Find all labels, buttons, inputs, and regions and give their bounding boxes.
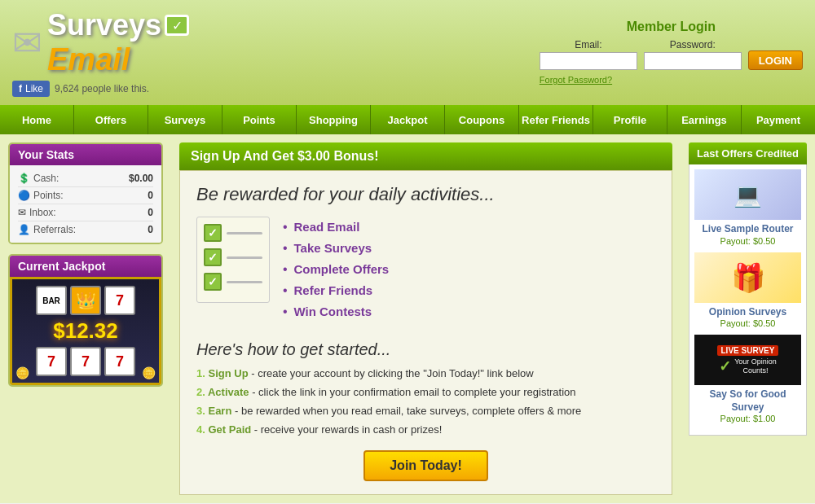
nav-refer-friends[interactable]: Refer Friends xyxy=(519,105,593,134)
step-2-num: 2. xyxy=(196,386,208,398)
logo-row: ✉ Surveys ✓ Email xyxy=(12,8,189,77)
nav-home[interactable]: Home xyxy=(0,105,74,134)
main: Your Stats 💲 Cash: $0.00 🔵 Points: 0 ✉ I… xyxy=(0,134,815,503)
nav-shopping[interactable]: Shopping xyxy=(297,105,371,134)
offer-img-sayso: LIVE SURVEY ✓ Your Opinion Counts! xyxy=(694,335,801,385)
nav-points[interactable]: Points xyxy=(222,105,297,134)
nav-offers[interactable]: Offers xyxy=(74,105,148,134)
activities-layout: ✓ ✓ ✓ • Read Email xyxy=(196,217,655,326)
stat-inbox-icon: ✉ xyxy=(18,207,26,218)
opinion-counts-text: Your Opinion xyxy=(734,357,777,366)
email-label: Email: xyxy=(540,39,637,50)
offer-item-opinion: 🎁 Opinion Surveys Payout: $0.50 xyxy=(694,252,801,329)
how-to-start-heading: Here's how to get started... xyxy=(196,340,655,359)
slot-seven-2: 7 xyxy=(36,347,67,376)
offer-img-router: 💻 xyxy=(694,169,801,220)
nav-payment[interactable]: Payment xyxy=(742,105,815,134)
stat-points-value: 0 xyxy=(148,190,153,201)
jackpot-header: Current Jackpot xyxy=(10,256,161,277)
right-sidebar: Last Offers Credited 💻 Live Sample Route… xyxy=(681,134,815,503)
offer-payout-sayso: Payout: $1.00 xyxy=(694,414,801,423)
jackpot-amount: $12.32 xyxy=(19,318,152,344)
password-input[interactable] xyxy=(644,52,742,70)
activity-refer-friends-link[interactable]: Refer Friends xyxy=(294,283,373,297)
checkbox-2: ✓ xyxy=(204,248,222,266)
offer-title-sayso[interactable]: Say So for Good Survey xyxy=(694,388,801,414)
last-offers-header: Last Offers Credited xyxy=(689,142,807,164)
forgot-password-link[interactable]: Forgot Password? xyxy=(540,75,612,85)
header: ✉ Surveys ✓ Email f Like 9,624 people li… xyxy=(0,0,815,105)
stat-referrals-label: Referrals: xyxy=(33,224,148,235)
last-offers-content: 💻 Live Sample Router Payout: $0.50 🎁 Opi… xyxy=(689,164,807,436)
step-4-bold: Get Paid xyxy=(208,423,251,436)
content-box: Be rewarded for your daily activities...… xyxy=(179,170,672,495)
nav-profile[interactable]: Profile xyxy=(593,105,667,134)
stat-referrals: 👤 Referrals: 0 xyxy=(18,221,153,238)
activity-read-email-link[interactable]: Read Email xyxy=(294,220,360,234)
offer-title-opinion[interactable]: Opinion Surveys xyxy=(694,306,801,319)
slot-crown: 👑 xyxy=(70,286,101,315)
step-1: 1. Sign Up - create your account by clic… xyxy=(196,367,655,379)
reward-headline: Be rewarded for your daily activities... xyxy=(196,184,655,205)
activity-win-contests: • Win Contests xyxy=(283,305,389,319)
envelope-icon: ✉ xyxy=(12,22,42,64)
logo-email: Email xyxy=(47,42,130,77)
stat-referrals-value: 0 xyxy=(148,224,153,235)
checkbox-1: ✓ xyxy=(204,224,222,242)
fb-area: f Like 9,624 people like this. xyxy=(12,81,149,97)
stats-header: Your Stats xyxy=(10,144,161,165)
offer-payout-router: Payout: $0.50 xyxy=(694,236,801,246)
activity-read-email: • Read Email xyxy=(283,220,389,234)
login-area: Member Login Email: Password: LOGIN Forg… xyxy=(540,20,803,85)
stat-cash-value: $0.00 xyxy=(129,173,153,184)
stats-title-text: Your Stats xyxy=(18,148,74,161)
checkbox-3: ✓ xyxy=(204,273,222,291)
nav-earnings[interactable]: Earnings xyxy=(667,105,742,134)
nav: Home Offers Surveys Points Shopping Jack… xyxy=(0,105,815,134)
offer-payout-opinion: Payout: $0.50 xyxy=(694,318,801,328)
signup-banner: Sign Up And Get $3.00 Bonus! xyxy=(179,142,672,170)
sidebar: Your Stats 💲 Cash: $0.00 🔵 Points: 0 ✉ I… xyxy=(0,134,171,503)
nav-coupons[interactable]: Coupons xyxy=(445,105,519,134)
activity-win-contests-link[interactable]: Win Contests xyxy=(294,305,372,318)
stat-points-label: Points: xyxy=(33,190,148,201)
slot-seven-1: 7 xyxy=(104,286,135,315)
step-4: 4. Get Paid - receive your rewards in ca… xyxy=(196,423,655,436)
password-label: Password: xyxy=(644,39,742,50)
nav-jackpot[interactable]: Jackpot xyxy=(371,105,445,134)
stat-inbox-label: Inbox: xyxy=(29,207,148,218)
checklist-graphic: ✓ ✓ ✓ xyxy=(196,217,270,303)
stat-cash-icon: 💲 xyxy=(18,173,30,184)
stat-referrals-icon: 👤 xyxy=(18,224,30,235)
jackpot-title-text: Current Jackpot xyxy=(18,260,105,273)
join-btn-area: Join Today! xyxy=(196,450,655,481)
offer-item-sayso: LIVE SURVEY ✓ Your Opinion Counts! Say S… xyxy=(694,335,801,423)
stat-inbox: ✉ Inbox: 0 xyxy=(18,204,153,221)
step-3-bold: Earn xyxy=(208,405,231,417)
fb-like-button[interactable]: f Like xyxy=(12,81,50,97)
activity-complete-offers-link[interactable]: Complete Offers xyxy=(294,262,390,276)
activities-list: • Read Email • Take Surveys • Complete O… xyxy=(283,220,389,326)
activity-refer-friends: • Refer Friends xyxy=(283,283,389,298)
logo-surveys: Surveys xyxy=(47,8,161,42)
offer-img-opinion: 🎁 xyxy=(694,252,801,303)
jackpot-box: Current Jackpot BAR 👑 7 $12.32 7 7 7 🪙 🪙 xyxy=(8,254,163,387)
stat-cash: 💲 Cash: $0.00 xyxy=(18,170,153,187)
email-input[interactable] xyxy=(540,52,637,70)
activity-complete-offers: • Complete Offers xyxy=(283,262,389,277)
step-4-text: - receive your rewards in cash or prizes… xyxy=(251,423,442,436)
step-3: 3. Earn - be rewarded when you read emai… xyxy=(196,405,655,417)
fb-like-label: Like xyxy=(25,83,43,94)
join-today-button[interactable]: Join Today! xyxy=(363,450,488,481)
fb-icon: f xyxy=(19,83,22,94)
offer-title-router[interactable]: Live Sample Router xyxy=(694,223,801,236)
login-button[interactable]: LOGIN xyxy=(748,50,803,70)
slot-seven-4: 7 xyxy=(104,347,135,376)
logo-checkmark: ✓ xyxy=(165,15,189,36)
jackpot-visual: BAR 👑 7 $12.32 7 7 7 🪙 🪙 xyxy=(10,277,161,385)
center-content: Sign Up And Get $3.00 Bonus! Be rewarded… xyxy=(171,134,681,503)
stat-inbox-value: 0 xyxy=(148,207,153,218)
activity-take-surveys-link[interactable]: Take Surveys xyxy=(294,241,372,255)
activity-take-surveys: • Take Surveys xyxy=(283,241,389,256)
nav-surveys[interactable]: Surveys xyxy=(148,105,222,134)
